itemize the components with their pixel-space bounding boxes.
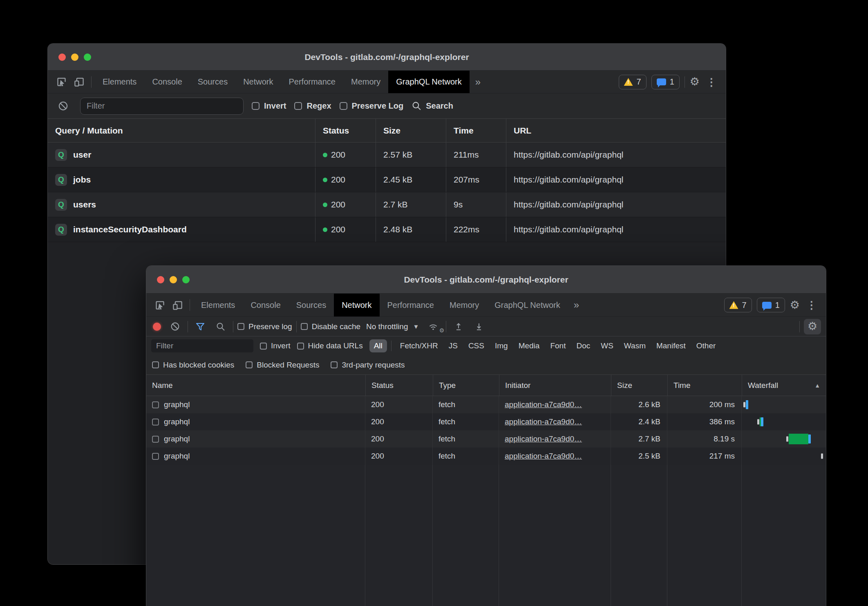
issues-badge[interactable]: 1 <box>651 75 680 89</box>
has-blocked-cookies-checkbox[interactable]: Has blocked cookies <box>152 361 234 370</box>
kebab-menu-icon[interactable]: ⋮ <box>705 77 718 87</box>
row-checkbox[interactable] <box>152 419 159 426</box>
more-tabs-icon[interactable]: » <box>470 76 486 88</box>
blocked-requests-checkbox[interactable]: Blocked Requests <box>246 361 319 370</box>
hide-data-urls-checkbox[interactable]: Hide data URLs <box>297 341 363 350</box>
filter-chip-js[interactable]: JS <box>444 339 462 352</box>
disable-cache-checkbox[interactable]: Disable cache <box>301 322 360 331</box>
import-har-icon[interactable] <box>450 322 467 332</box>
network-request-row[interactable]: graphql 200 fetch application-a7ca9d0… 2… <box>146 413 826 430</box>
time-value: 217 ms <box>667 448 742 465</box>
network-request-row[interactable]: graphql 200 fetch application-a7ca9d0… 2… <box>146 396 826 413</box>
filter-chip-fetch-xhr[interactable]: Fetch/XHR <box>396 339 443 352</box>
tab-performance[interactable]: Performance <box>281 71 344 93</box>
device-toolbar-icon[interactable] <box>70 76 88 87</box>
close-window-button[interactable] <box>58 53 66 61</box>
regex-checkbox[interactable]: Regex <box>294 101 331 111</box>
tab-graphql-network[interactable]: GraphQL Network <box>487 294 568 316</box>
table-row[interactable]: Q jobs 200 2.45 kB 207ms https://gitlab.… <box>48 167 726 192</box>
tab-elements[interactable]: Elements <box>95 71 144 93</box>
preserve-log-checkbox[interactable]: Preserve Log <box>340 101 404 111</box>
column-header-waterfall[interactable]: Waterfall ▲ <box>742 375 826 396</box>
zoom-window-button[interactable] <box>182 276 190 283</box>
table-row[interactable]: Q instanceSecurityDashboard 200 2.48 kB … <box>48 217 726 242</box>
filter-chip-css[interactable]: CSS <box>464 339 489 352</box>
column-header-status[interactable]: Status <box>315 119 376 142</box>
settings-gear-icon[interactable]: ⚙ <box>790 300 800 311</box>
minimize-window-button[interactable] <box>71 53 78 61</box>
column-header-type[interactable]: Type <box>433 375 499 396</box>
tab-console[interactable]: Console <box>243 294 288 316</box>
kebab-menu-icon[interactable]: ⋮ <box>805 300 819 310</box>
invert-checkbox[interactable]: Invert <box>252 101 286 111</box>
settings-gear-icon[interactable]: ⚙ <box>690 76 700 87</box>
network-settings-button[interactable]: ⚙ <box>804 319 821 334</box>
initiator-link[interactable]: application-a7ca9d0… <box>505 452 582 461</box>
filter-chip-manifest[interactable]: Manifest <box>652 339 690 352</box>
tab-sources[interactable]: Sources <box>289 294 334 316</box>
tab-sources[interactable]: Sources <box>190 71 235 93</box>
column-header-name[interactable]: Name <box>146 375 365 396</box>
network-request-row[interactable]: graphql 200 fetch application-a7ca9d0… 2… <box>146 430 826 448</box>
column-header-size[interactable]: Size <box>376 119 446 142</box>
clear-icon[interactable] <box>167 321 183 332</box>
preserve-log-checkbox[interactable]: Preserve log <box>237 322 292 331</box>
filter-chip-wasm[interactable]: Wasm <box>620 339 650 352</box>
record-icon[interactable] <box>153 323 161 331</box>
block-icon[interactable] <box>54 100 72 111</box>
tab-graphql-network[interactable]: GraphQL Network <box>388 71 469 93</box>
column-header-time[interactable]: Time <box>667 375 742 396</box>
tab-network[interactable]: Network <box>235 71 281 93</box>
column-header-query-mutation[interactable]: Query / Mutation <box>48 119 315 142</box>
tab-elements[interactable]: Elements <box>193 294 243 316</box>
filter-input[interactable] <box>80 98 244 115</box>
row-checkbox[interactable] <box>152 436 159 443</box>
filter-chip-other[interactable]: Other <box>692 339 720 352</box>
warnings-badge[interactable]: 7 <box>619 75 647 89</box>
initiator-link[interactable]: application-a7ca9d0… <box>505 400 582 409</box>
initiator-link[interactable]: application-a7ca9d0… <box>505 434 582 443</box>
more-tabs-icon[interactable]: » <box>568 299 585 311</box>
warnings-badge[interactable]: 7 <box>724 298 752 312</box>
search-button[interactable]: Search <box>412 101 453 111</box>
inspect-element-icon[interactable] <box>151 300 169 311</box>
zoom-window-button[interactable] <box>84 53 91 61</box>
throttling-dropdown[interactable]: No throttling ▼ <box>365 322 421 331</box>
export-har-icon[interactable] <box>471 322 487 332</box>
initiator-link[interactable]: application-a7ca9d0… <box>505 417 582 426</box>
column-header-time[interactable]: Time <box>446 119 506 142</box>
filter-funnel-icon[interactable] <box>192 322 208 332</box>
column-header-size[interactable]: Size <box>611 375 667 396</box>
filter-chip-all[interactable]: All <box>369 339 387 352</box>
filter-chip-media[interactable]: Media <box>514 339 544 352</box>
tab-performance[interactable]: Performance <box>380 294 442 316</box>
inspect-element-icon[interactable] <box>53 76 70 87</box>
minimize-window-button[interactable] <box>170 276 177 283</box>
close-window-button[interactable] <box>157 276 164 283</box>
row-checkbox[interactable] <box>152 401 159 408</box>
issues-badge[interactable]: 1 <box>757 298 785 312</box>
filter-chip-img[interactable]: Img <box>490 339 512 352</box>
tab-console[interactable]: Console <box>144 71 190 93</box>
waterfall-queued-bar <box>786 437 788 442</box>
third-party-requests-checkbox[interactable]: 3rd-party requests <box>331 361 405 370</box>
filter-chip-font[interactable]: Font <box>546 339 570 352</box>
table-row[interactable]: Q user 200 2.57 kB 211ms https://gitlab.… <box>48 143 726 167</box>
column-header-status[interactable]: Status <box>365 375 433 396</box>
tab-network[interactable]: Network <box>334 294 379 316</box>
filter-chip-ws[interactable]: WS <box>596 339 618 352</box>
network-request-row[interactable]: graphql 200 fetch application-a7ca9d0… 2… <box>146 448 826 465</box>
device-toolbar-icon[interactable] <box>169 300 186 311</box>
search-icon[interactable] <box>213 322 229 332</box>
filter-chip-doc[interactable]: Doc <box>572 339 595 352</box>
waterfall-download-bar <box>808 434 811 443</box>
network-conditions-icon[interactable]: ⚙ <box>425 322 442 332</box>
column-header-initiator[interactable]: Initiator <box>499 375 611 396</box>
table-row[interactable]: Q users 200 2.7 kB 9s https://gitlab.com… <box>48 192 726 217</box>
invert-checkbox[interactable]: Invert <box>260 341 291 350</box>
row-checkbox[interactable] <box>152 453 159 460</box>
tab-memory[interactable]: Memory <box>442 294 487 316</box>
tab-memory[interactable]: Memory <box>343 71 388 93</box>
network-filter-input[interactable] <box>151 339 253 352</box>
column-header-url[interactable]: URL <box>506 119 726 142</box>
